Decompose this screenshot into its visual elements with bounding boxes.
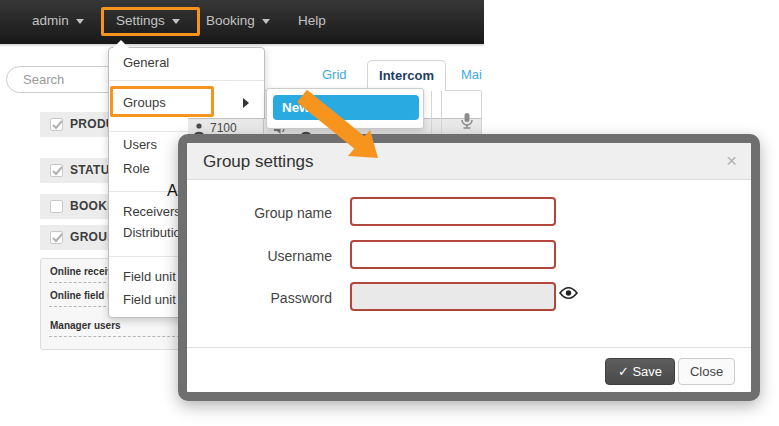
dropdown-caret [113, 40, 129, 48]
nav-label: Booking [206, 13, 255, 28]
menu-item-field-unit-2[interactable]: Field unit [123, 292, 176, 308]
submenu-arrow-icon [243, 98, 249, 108]
chevron-down-icon [262, 19, 270, 24]
group-name-field[interactable] [350, 197, 556, 226]
checkbox-booking[interactable] [50, 200, 63, 213]
close-button[interactable]: Close [678, 358, 735, 385]
nav-item-admin[interactable]: admin [32, 13, 84, 28]
save-button[interactable]: ✓ Save [605, 358, 675, 385]
menu-divider [109, 80, 264, 81]
settings-highlight-box [101, 7, 200, 36]
nav-label: Help [298, 13, 326, 28]
checkbox-groups[interactable] [50, 231, 63, 244]
password-field[interactable] [350, 282, 556, 311]
menu-item-general[interactable]: General [123, 55, 169, 71]
group-name-label: Group name [187, 203, 332, 223]
menu-item-receivers[interactable]: Receivers [123, 204, 181, 220]
extension-number: 7100 [210, 121, 237, 135]
username-field[interactable] [350, 240, 556, 269]
check-icon: ✓ [618, 364, 629, 379]
nav-label: admin [32, 13, 69, 28]
callout-arrow-icon [270, 85, 390, 170]
nav-item-help[interactable]: Help [298, 13, 326, 28]
group-settings-modal: Group settings × Group name Username Pas… [178, 134, 760, 401]
modal-footer: ✓ Save Close [187, 347, 751, 392]
checkbox-status[interactable] [50, 164, 63, 177]
nav-item-booking[interactable]: Booking [206, 13, 270, 28]
background-text-fragment: A [167, 182, 178, 199]
list-item[interactable]: Manager users [50, 320, 121, 331]
save-button-label: Save [632, 364, 662, 379]
tab-mai[interactable]: Mai [461, 67, 482, 82]
column-border [431, 91, 432, 136]
list-divider [49, 336, 180, 337]
column-border [441, 91, 442, 136]
password-label: Password [187, 288, 332, 308]
microphone-icon [459, 112, 475, 130]
checkbox-product[interactable] [50, 118, 63, 131]
menu-item-users[interactable]: Users [123, 137, 157, 153]
column-border [481, 91, 482, 136]
groups-highlight-box [110, 86, 214, 117]
tab-grid[interactable]: Grid [322, 67, 347, 82]
top-navbar: admin Settings Booking Help [0, 0, 484, 44]
close-icon[interactable]: × [726, 150, 737, 172]
username-label: Username [187, 246, 332, 266]
show-password-eye-icon[interactable] [559, 286, 578, 300]
menu-item-field-unit-1[interactable]: Field unit [123, 269, 176, 285]
menu-item-role[interactable]: Role [123, 161, 150, 177]
chevron-down-icon [76, 19, 84, 24]
